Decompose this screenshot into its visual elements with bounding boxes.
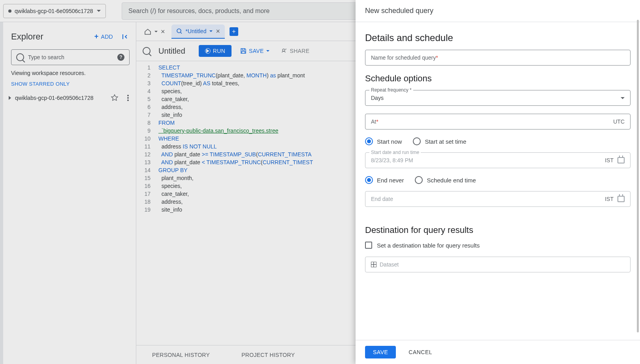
explorer-hint: Viewing workspace resources.: [3, 68, 136, 78]
save-button[interactable]: SAVE: [365, 346, 396, 358]
radio-icon: [415, 176, 423, 184]
start-now-radio[interactable]: Start now: [365, 137, 402, 145]
at-time-input[interactable]: At * UTC: [365, 114, 631, 129]
query-icon: [176, 28, 183, 34]
kebab-icon[interactable]: [127, 97, 129, 99]
collapse-icon: [122, 33, 129, 40]
new-tab-button[interactable]: +: [230, 27, 238, 36]
query-tab[interactable]: *Untitled ×: [171, 24, 225, 39]
explorer-search-input[interactable]: Type to search ?: [11, 49, 130, 65]
panel-title: New scheduled query: [356, 0, 640, 22]
radio-icon: [365, 137, 373, 145]
destination-checkbox[interactable]: Set a destination table for query result…: [365, 242, 631, 249]
chevron-down-icon: [209, 30, 213, 32]
start-date-input: Start date and run time 8/23/23, 8:49 PM…: [365, 152, 631, 168]
end-never-radio[interactable]: End never: [365, 176, 404, 184]
destination-heading: Destination for query results: [365, 225, 631, 235]
help-icon[interactable]: ?: [117, 54, 124, 61]
query-name-input[interactable]: Name for scheduled query *: [365, 50, 631, 66]
close-icon[interactable]: ×: [161, 28, 165, 35]
chevron-down-icon: [266, 50, 269, 52]
expand-icon[interactable]: [9, 96, 11, 100]
run-button[interactable]: RUN: [199, 45, 232, 57]
project-selector[interactable]: qwiklabs-gcp-01-6e09506c1728: [3, 4, 106, 18]
star-icon[interactable]: [111, 94, 119, 102]
chevron-down-icon: [97, 10, 101, 12]
close-icon[interactable]: ×: [216, 28, 220, 35]
calendar-icon: [617, 196, 625, 202]
svg-point-1: [282, 49, 285, 51]
personal-history-tab[interactable]: PERSONAL HISTORY: [136, 345, 226, 364]
chevron-down-icon: [621, 97, 625, 99]
svg-point-0: [177, 29, 181, 33]
home-tab[interactable]: ×: [139, 24, 170, 39]
repeat-label: Repeat frequency *: [369, 87, 413, 93]
dataset-icon: [371, 262, 376, 267]
end-date-input: End date IST: [365, 191, 631, 207]
share-icon: [281, 48, 288, 54]
calendar-icon: [617, 157, 625, 163]
radio-icon: [365, 176, 373, 184]
search-icon: [16, 53, 24, 61]
collapse-explorer-button[interactable]: [119, 31, 131, 43]
doc-title: Untitled: [158, 47, 185, 56]
explorer-title: Explorer: [11, 32, 91, 42]
schedule-heading: Schedule options: [365, 73, 631, 84]
project-tree-row[interactable]: qwiklabs-gcp-01-6e09506c1728: [3, 90, 136, 106]
repeat-frequency-select[interactable]: Repeat frequency * Days: [365, 90, 631, 106]
project-history-tab[interactable]: PROJECT HISTORY: [226, 345, 311, 364]
line-gutter: 12345678910111213141516171819: [136, 61, 154, 345]
project-dot-icon: [8, 9, 11, 13]
scheduled-query-panel: New scheduled query Details and schedule…: [356, 0, 640, 364]
dataset-input: Dataset: [365, 257, 631, 272]
share-button[interactable]: SHARE: [278, 45, 313, 56]
chevron-down-icon: [154, 31, 158, 32]
details-heading: Details and schedule: [365, 32, 631, 43]
home-icon: [144, 28, 151, 35]
plus-icon: +: [94, 32, 99, 41]
show-starred-button[interactable]: SHOW STARRED ONLY: [3, 78, 136, 90]
checkbox-icon: [365, 242, 372, 249]
explorer-panel: Explorer + ADD Type to search ? Viewing …: [0, 22, 136, 364]
radio-icon: [413, 137, 421, 145]
save-button[interactable]: SAVE: [237, 45, 273, 56]
start-at-set-time-radio[interactable]: Start at set time: [413, 137, 466, 145]
save-icon: [240, 48, 247, 54]
cancel-button[interactable]: CANCEL: [404, 346, 437, 358]
project-name: qwiklabs-gcp-01-6e09506c1728: [15, 8, 93, 14]
search-icon[interactable]: [143, 47, 151, 55]
play-icon: [205, 48, 211, 54]
scrollbar[interactable]: [636, 0, 640, 364]
add-button[interactable]: + ADD: [91, 30, 116, 43]
schedule-end-time-radio[interactable]: Schedule end time: [415, 176, 476, 184]
